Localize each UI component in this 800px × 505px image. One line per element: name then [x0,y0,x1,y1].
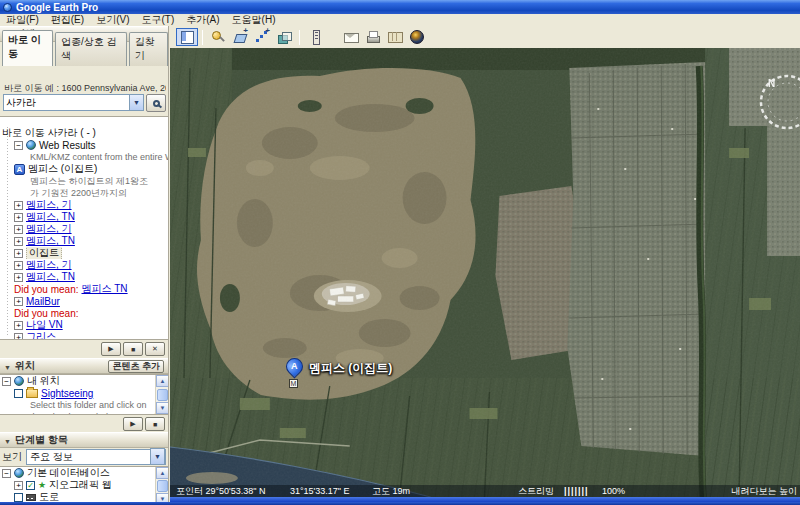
result-item[interactable]: 멤피스, TN [0,211,168,223]
result-item[interactable]: 멤피스, 기 [0,199,168,211]
layers-view-select[interactable]: 주요 정보 [26,449,166,465]
expander-icon[interactable] [14,261,23,270]
search-button[interactable] [146,94,166,112]
app-globe-icon [3,3,12,12]
menu-tools[interactable]: 도구(T) [135,13,180,27]
google-earth-window: Google Earth Pro 파일(F) 편집(E) 보기(V) 도구(T)… [0,0,800,505]
add-image-overlay-button[interactable] [273,28,295,46]
expander-icon[interactable] [14,225,23,234]
path-icon [254,29,270,45]
expander-icon[interactable] [14,333,23,341]
result-item[interactable]: 나일 VN [0,319,168,331]
layers-scrollbar[interactable] [155,467,168,505]
pointer-longitude: 31°15'33.17" E [290,485,350,497]
expander-icon[interactable] [14,273,23,282]
expander-icon[interactable] [14,481,23,490]
scroll-thumb[interactable] [157,389,168,401]
play-tour-button[interactable]: ▶ [123,417,143,431]
compass[interactable]: N [755,70,800,134]
scroll-up-icon[interactable] [156,467,168,479]
result-item[interactable]: 그리스 [0,331,168,340]
web-results-node[interactable]: Web Results [0,139,168,151]
window-title: Google Earth Pro [16,2,98,13]
streaming-percent: 100% [602,485,625,497]
pin-letter: A [287,361,302,371]
add-polygon-button[interactable] [229,28,251,46]
result-item[interactable]: 멤피스, 기 [0,259,168,271]
result-item[interactable]: 멤피스, TN [0,235,168,247]
menu-edit[interactable]: 편집(E) [45,13,90,27]
view-in-maps-button[interactable] [384,28,406,46]
sightseeing-folder[interactable]: Sightseeing [0,387,168,399]
add-content-button[interactable]: 콘텐츠 추가 [108,360,164,373]
result-description-2: 가 기원전 2200년까지의 [0,187,168,199]
scroll-up-icon[interactable] [156,375,168,387]
checkbox-checked[interactable] [26,481,35,490]
result-item[interactable]: 멤피스, TN [0,271,168,283]
map-viewport[interactable]: N A M 멤피스 (이집트) 포인터 29°50'53.38" N 31°15… [170,48,800,497]
poi-icon[interactable]: M [289,379,298,388]
layers-panel-title: 단계별 항목 [15,433,68,447]
expander-icon[interactable] [14,237,23,246]
layer-primary-database[interactable]: 기본 데이터베이스 [0,467,168,479]
add-placemark-button[interactable] [207,28,229,46]
menu-bar: 파일(F) 편집(E) 보기(V) 도구(T) 추가(A) 도움말(H) [0,14,800,26]
globe-button[interactable] [406,28,428,46]
menu-file[interactable]: 파일(F) [0,13,45,27]
expander-icon[interactable] [2,469,11,478]
earth-icon [26,140,36,150]
satellite-imagery [170,48,800,497]
sidebar-toggle-button[interactable] [176,28,198,46]
stop-tour-button[interactable]: ■ [145,417,165,431]
result-item[interactable]: 멤피스, 기 [0,223,168,235]
expander-icon[interactable] [2,377,11,386]
expander-icon[interactable] [14,321,23,330]
layers-view-row: 보기 주요 정보 [2,448,166,465]
clear-results-button[interactable]: ✕ [145,342,165,356]
combo-dropdown-icon[interactable] [129,94,144,111]
email-button[interactable] [340,28,362,46]
title-bar[interactable]: Google Earth Pro [0,0,800,14]
search-input[interactable] [3,94,144,111]
map-icon [387,29,403,45]
placemark-icon [210,29,226,45]
tab-directions[interactable]: 길찾기 [129,32,168,66]
play-tour-button[interactable]: ▶ [101,342,121,356]
did-you-mean-link[interactable]: 멤피스 TN [81,283,127,295]
scroll-down-icon[interactable] [156,402,168,414]
checkbox-unchecked[interactable] [14,389,23,398]
menu-help[interactable]: 도움말(H) [226,13,282,27]
expander-icon[interactable] [14,249,23,258]
places-panel-header[interactable]: 위치 콘텐츠 추가 [0,358,168,374]
did-you-mean: Did you mean: 멤피스 TN [0,283,168,295]
tab-fly-to[interactable]: 바로 이동 [2,30,53,66]
view-label: 보기 [2,450,22,464]
dropdown-arrow-icon[interactable] [150,448,165,465]
ruler-button[interactable] [304,28,326,46]
expander-icon[interactable] [14,297,23,306]
elevation: 고도 19m [372,485,410,497]
menu-view[interactable]: 보기(V) [90,13,135,27]
tab-find-businesses[interactable]: 업종/상호 검색 [55,32,127,66]
places-scrollbar[interactable] [155,375,168,414]
expander-icon[interactable] [14,201,23,210]
did-you-mean: Did you mean: [0,307,168,319]
top-result[interactable]: A 멤피스 (이집트) [0,163,168,175]
layer-geographic-web[interactable]: 지오그래픽 웹 [0,479,168,491]
menu-add[interactable]: 추가(A) [180,13,225,27]
expander-icon[interactable] [14,141,23,150]
stop-tour-button[interactable]: ■ [123,342,143,356]
image-overlay-icon [276,29,292,45]
scroll-thumb[interactable] [157,480,168,492]
sidebar-toggle-icon [179,29,195,45]
expander-icon[interactable] [14,213,23,222]
result-item[interactable]: MailBur [0,295,168,307]
my-places-node[interactable]: 내 위치 [0,375,168,387]
checkbox-unchecked[interactable] [14,493,23,502]
result-item-selected[interactable]: 이집트 [0,247,168,259]
email-icon [343,29,359,45]
layers-panel-header[interactable]: 단계별 항목 [0,432,168,448]
result-group[interactable]: 바로 이동 사카라 ( - ) [0,127,168,139]
print-button[interactable] [362,28,384,46]
add-path-button[interactable] [251,28,273,46]
